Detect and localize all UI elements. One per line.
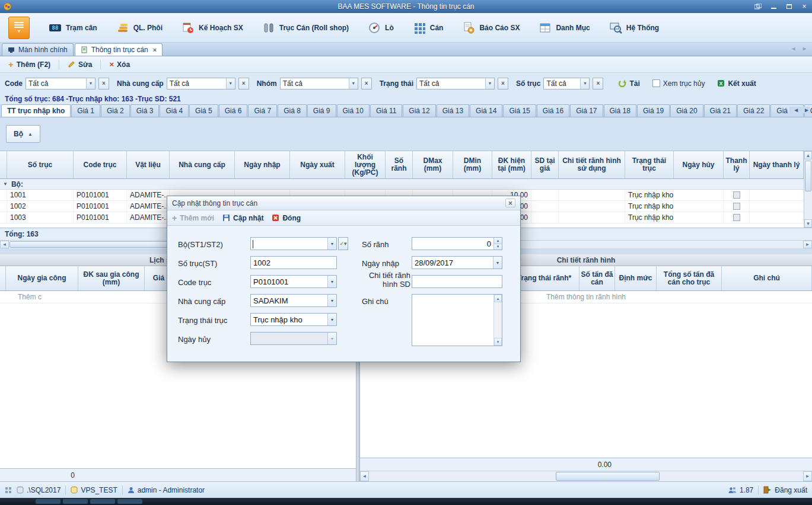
chevron-down-icon[interactable]: ▼ (349, 78, 358, 89)
chevron-down-icon[interactable]: ▼ (493, 257, 502, 269)
group-column-bo-button[interactable]: Bộ ▲ (6, 125, 40, 143)
column-header-ngay-thanh-ly[interactable]: Ngày thanh lý (750, 151, 804, 178)
chevron-down-icon[interactable]: ▼ (485, 78, 494, 89)
column-header-ngay-huy[interactable]: Ngày hủy (674, 151, 724, 178)
view-deleted-checkbox[interactable] (652, 79, 660, 87)
maximize-button[interactable] (784, 2, 794, 11)
scroll-up-icon[interactable]: ▲ (804, 151, 812, 159)
cell-vat-lieu[interactable]: ADAMITE-... (127, 201, 170, 212)
tab-scroll-right-icon[interactable]: ► (802, 46, 807, 52)
filter-group-clear-button[interactable]: × (361, 78, 372, 90)
delete-button[interactable]: × Xóa (104, 59, 135, 71)
chevron-down-icon[interactable]: ▼ (226, 78, 235, 89)
scroll-up-icon[interactable]: ▲ (494, 295, 502, 302)
cell-chi-tiet-ranh[interactable] (559, 201, 625, 212)
cell-ngay-thanh-ly[interactable] (750, 201, 804, 212)
thanh-ly-checkbox[interactable] (733, 203, 740, 210)
column-header-so-ranh[interactable]: Số rãnh (386, 151, 413, 178)
grid-tab-tt-truc-nhap-kho[interactable]: TT trục nhập kho (1, 104, 71, 117)
spinner-buttons[interactable]: ▲▼ (493, 238, 502, 250)
export-button[interactable]: X Kết xuất (714, 78, 759, 89)
cell-sd-tai-gia[interactable] (531, 190, 559, 200)
taskbar-button[interactable] (63, 499, 88, 504)
cell-ngay-thanh-ly[interactable] (750, 190, 804, 200)
dialog-close-button[interactable]: Đóng (272, 214, 301, 222)
column-header-dk-hien-tai[interactable]: ĐK hiện tại (mm) (492, 151, 531, 178)
grid-tab-gia-7[interactable]: Giá 7 (248, 104, 277, 117)
ghi-chu-textarea[interactable]: ▲▼ (412, 294, 502, 346)
chevron-down-icon[interactable]: ▼ (327, 276, 336, 287)
scroll-left-icon[interactable]: ◄ (360, 471, 369, 481)
column-header-code-truc[interactable]: Code trục (74, 151, 127, 178)
grid-tab-gia-3[interactable]: Giá 3 (130, 104, 160, 117)
tab-man-hinh-chinh[interactable]: Màn hình chính (2, 43, 74, 56)
ribbon-item-tram-can[interactable]: 88 Trạm cân (49, 21, 97, 34)
filter-code-clear-button[interactable]: × (98, 78, 109, 90)
filter-roll-clear-button[interactable]: × (593, 78, 603, 90)
ngay-nhap-datepicker[interactable]: ▼ (412, 256, 502, 269)
chevron-down-icon[interactable]: ▼ (86, 78, 95, 89)
dialog-titlebar[interactable]: Cập nhật thông tin trục cán × (167, 196, 520, 210)
thanh-ly-checkbox[interactable] (733, 191, 740, 199)
column-header-ngay-gia-cong[interactable]: Ngày gia công (6, 266, 78, 290)
dialog-update-button[interactable]: Cập nhật (222, 214, 263, 222)
app-menu-button[interactable]: ▼ (8, 17, 30, 39)
dialog-new-button[interactable]: + Thêm mới (172, 213, 214, 223)
cell-ngay-huy[interactable] (674, 201, 724, 212)
cell-sd-tai-gia[interactable] (531, 212, 559, 223)
column-header-tong-so-tan[interactable]: Tổng số tấn đã cán cho trục (657, 266, 722, 290)
cell-code-truc[interactable]: P0101001 (74, 212, 127, 223)
ribbon-item-ke-hoach-sx[interactable]: Kế Hoạch SX (181, 21, 243, 34)
fit-screen-button[interactable] (753, 2, 763, 11)
column-header-vat-lieu[interactable]: Vật liệu (127, 151, 170, 178)
scrollbar-thumb[interactable] (805, 161, 811, 191)
filter-code-combo[interactable]: Tất cả ▼ (26, 78, 95, 90)
ncc-input[interactable] (251, 295, 327, 306)
filter-supplier-clear-button[interactable]: × (238, 78, 249, 90)
filter-status-clear-button[interactable]: × (498, 78, 508, 90)
cell-code-truc[interactable]: P0101001 (74, 201, 127, 212)
column-header-so-truc[interactable]: Số trục (7, 151, 74, 178)
scrollbar-thumb[interactable] (556, 472, 660, 481)
chevron-down-icon[interactable]: ▼ (580, 78, 589, 89)
grid-tab-gia-12[interactable]: Giá 12 (403, 104, 435, 117)
bo-input[interactable] (253, 238, 327, 250)
group-row-bo[interactable]: ▼ Bộ: (0, 179, 804, 190)
grid-tab-gia-17[interactable]: Giá 17 (570, 104, 603, 117)
column-header-thanh-ly[interactable]: Thanh lý (724, 151, 750, 178)
filter-supplier-combo[interactable]: Tất cả ▼ (167, 78, 235, 90)
stand-tab-scroll-left-icon[interactable]: ◄ (793, 107, 799, 113)
grid-tab-gia-8[interactable]: Giá 8 (278, 104, 307, 117)
cell-chi-tiet-ranh[interactable] (559, 190, 625, 200)
scroll-down-icon[interactable]: ▼ (494, 338, 502, 346)
cell-code-truc[interactable]: P0101001 (74, 190, 127, 200)
memo-scrollbar[interactable]: ▲▼ (493, 295, 502, 346)
chi-tiet-field[interactable] (412, 275, 502, 288)
cell-ngay-huy[interactable] (674, 190, 724, 200)
ncc-combo[interactable]: ▼ (250, 294, 337, 307)
window-titlebar[interactable]: BAA MES SOFTWARE - Thông tin trục cán × (0, 0, 812, 13)
taskbar-button[interactable] (36, 499, 60, 504)
bo-combo[interactable]: ▼ (250, 237, 337, 250)
grid-tab-gia-19[interactable]: Giá 19 (637, 104, 670, 117)
grid-tab-gia-18[interactable]: Giá 18 (604, 104, 636, 117)
column-header-ghi-chu[interactable]: Ghi chú (722, 266, 812, 290)
scroll-down-icon[interactable]: ▼ (804, 219, 812, 228)
cell-thanh-ly[interactable] (724, 190, 750, 200)
cell-trang-thai[interactable]: Trục nhập kho (625, 201, 674, 212)
so-ranh-input[interactable] (412, 238, 493, 250)
group-by-panel[interactable]: Bộ ▲ (0, 117, 812, 151)
ribbon-item-lo[interactable]: Lò (368, 21, 394, 34)
ribbon-item-truc-can[interactable]: Trục Cán (Roll shop) (262, 21, 349, 34)
chevron-down-icon[interactable]: ▼ (327, 314, 336, 325)
ribbon-item-ql-phoi[interactable]: QL. Phôi (116, 21, 163, 34)
edit-button[interactable]: Sửa (63, 59, 97, 71)
grid-tab-gia-14[interactable]: Giá 14 (470, 104, 502, 117)
view-deleted-checkbox-group[interactable]: Xem trục hủy (652, 79, 705, 88)
minimize-button[interactable] (769, 2, 778, 11)
cell-trang-thai[interactable]: Trục nhập kho (625, 190, 674, 200)
cell-thanh-ly[interactable] (724, 201, 750, 212)
column-header-dinh-muc[interactable]: Định mức (615, 266, 657, 290)
scroll-right-icon[interactable]: ► (803, 471, 812, 481)
grid-tab-gia-9[interactable]: Giá 9 (307, 104, 336, 117)
